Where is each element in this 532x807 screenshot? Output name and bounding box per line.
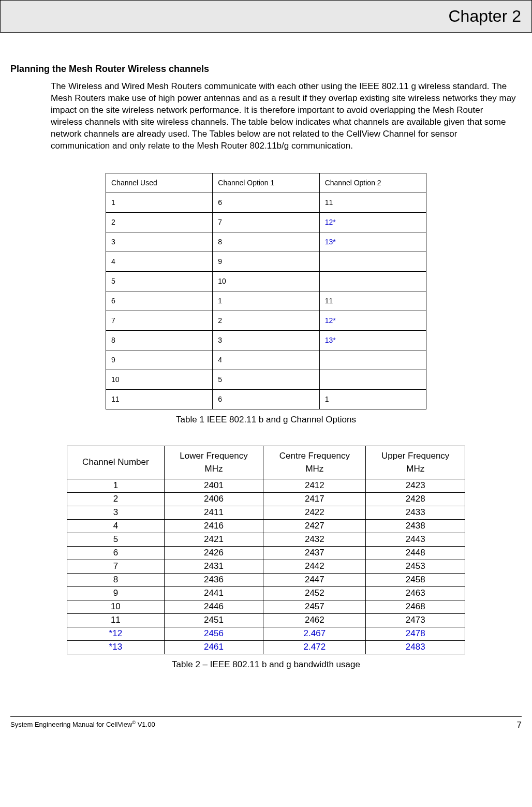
table-cell: 9	[213, 252, 319, 271]
table2-caption: Table 2 – IEEE 802.11 b and g bandwidth …	[10, 659, 522, 670]
table-cell: 2438	[366, 519, 465, 533]
table-header-cell: Channel Number	[67, 446, 165, 479]
table-cell	[319, 370, 426, 389]
table-cell: 7	[106, 311, 213, 330]
table-cell: 7	[213, 212, 319, 232]
table-row: 2712*	[106, 212, 426, 232]
table-cell: 2456	[164, 627, 263, 640]
table-cell: 2441	[164, 586, 263, 600]
table-cell: 9	[67, 586, 165, 600]
footer-divider	[10, 716, 522, 717]
body-text: The Wireless and Wired Mesh Routers comm…	[51, 81, 516, 152]
table1-caption: Table 1 IEEE 802.11 b and g Channel Opti…	[10, 415, 522, 425]
table-cell: 1	[67, 479, 165, 492]
table-row: *1324612.4722483	[67, 640, 465, 654]
table-cell: 2422	[263, 506, 366, 519]
table-cell: 2	[67, 492, 165, 506]
footer-version: V1.00	[136, 721, 155, 728]
table-cell: 9	[106, 350, 213, 370]
table-header-cell: Channel Option 2	[319, 173, 426, 193]
table-row: 8313*	[106, 330, 426, 350]
table-cell: 13*	[319, 232, 426, 252]
table-cell: 6	[106, 291, 213, 311]
table-cell: 11	[67, 613, 165, 627]
table-cell: 2426	[164, 546, 263, 560]
channel-options-table: Channel UsedChannel Option 1Channel Opti…	[106, 173, 426, 409]
table-row: 1611	[106, 193, 426, 212]
footer-product: System Engineering Manual for CellView	[10, 721, 132, 728]
table-row: 3241124222433	[67, 506, 465, 519]
frequency-table: Channel NumberLower FrequencyMHzCentre F…	[67, 446, 465, 654]
table-cell: 3	[67, 506, 165, 519]
table-header-cell: Channel Used	[106, 173, 213, 193]
table-cell: 2.472	[263, 640, 366, 654]
table-cell: 2436	[164, 573, 263, 586]
table-row: 11245124622473	[67, 613, 465, 627]
table-cell: 2463	[366, 586, 465, 600]
table-cell: 2457	[263, 600, 366, 613]
table-cell: 7	[67, 560, 165, 573]
table-row: 6242624372448	[67, 546, 465, 560]
section-title: Planning the Mesh Router Wireless channe…	[10, 64, 522, 75]
table-cell: 2427	[263, 519, 366, 533]
table-cell: *13	[67, 640, 165, 654]
table-cell: 8	[213, 232, 319, 252]
table-cell: 2453	[366, 560, 465, 573]
table-row: 105	[106, 370, 426, 389]
table-row: 1161	[106, 389, 426, 409]
table-header-cell: Channel Option 1	[213, 173, 319, 193]
table-cell: 11	[319, 193, 426, 212]
table-cell: 12*	[319, 311, 426, 330]
table-row: 1240124122423	[67, 479, 465, 492]
table-cell: 6	[67, 546, 165, 560]
table-header-cell: Lower FrequencyMHz	[164, 446, 263, 479]
table-cell: 2.467	[263, 627, 366, 640]
table-cell: 3	[213, 330, 319, 350]
table-row: 6111	[106, 291, 426, 311]
table-header-cell: Centre FrequencyMHz	[263, 446, 366, 479]
table-cell: 2478	[366, 627, 465, 640]
table-row: 8243624472458	[67, 573, 465, 586]
table-row: 49	[106, 252, 426, 271]
page-content: Planning the Mesh Router Wireless channe…	[0, 33, 532, 701]
table-cell: 10	[213, 271, 319, 291]
table-row: 7243124422453	[67, 560, 465, 573]
table-cell: 4	[106, 252, 213, 271]
table-row: 2240624172428	[67, 492, 465, 506]
table-cell: 2417	[263, 492, 366, 506]
table-cell: 1	[319, 389, 426, 409]
table-row: 4241624272438	[67, 519, 465, 533]
table-cell: 2451	[164, 613, 263, 627]
table-header-cell: Upper FrequencyMHz	[366, 446, 465, 479]
table-cell: 2421	[164, 533, 263, 546]
table-row: *1224562.4672478	[67, 627, 465, 640]
table-cell: 10	[106, 370, 213, 389]
table-cell: 4	[67, 519, 165, 533]
table-cell: 11	[319, 291, 426, 311]
page-footer: System Engineering Manual for CellView© …	[0, 720, 532, 741]
chapter-header: Chapter 2	[0, 0, 532, 33]
table-cell: *12	[67, 627, 165, 640]
table-cell: 2428	[366, 492, 465, 506]
table-cell: 10	[67, 600, 165, 613]
table-cell: 13*	[319, 330, 426, 350]
table-cell: 2443	[366, 533, 465, 546]
table-cell: 8	[106, 330, 213, 350]
table-cell: 2433	[366, 506, 465, 519]
table-row: 94	[106, 350, 426, 370]
table-cell: 2468	[366, 600, 465, 613]
table-cell: 5	[67, 533, 165, 546]
table-row: 3813*	[106, 232, 426, 252]
table-cell: 3	[106, 232, 213, 252]
table-cell: 6	[213, 193, 319, 212]
table-cell: 2458	[366, 573, 465, 586]
table-row: 10244624572468	[67, 600, 465, 613]
table-cell: 1	[106, 193, 213, 212]
table-cell: 4	[213, 350, 319, 370]
table-cell: 2446	[164, 600, 263, 613]
table-cell: 2452	[263, 586, 366, 600]
table-row: 9244124522463	[67, 586, 465, 600]
table-cell: 5	[106, 271, 213, 291]
table-cell	[319, 252, 426, 271]
table-cell: 2401	[164, 479, 263, 492]
